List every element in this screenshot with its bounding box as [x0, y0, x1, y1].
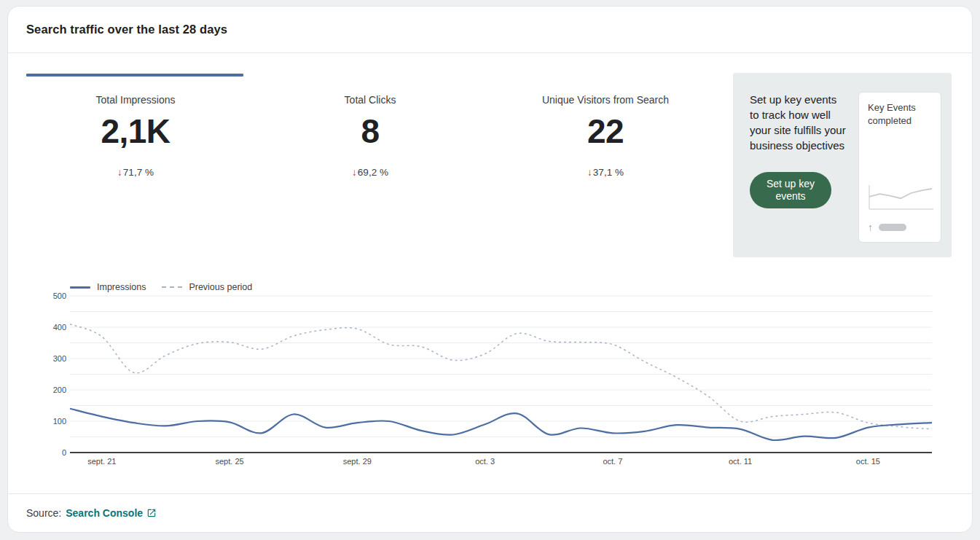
- key-events-sparkline: [868, 185, 933, 211]
- spark-line: [869, 189, 932, 198]
- series-previous-period: [70, 324, 932, 429]
- metric-value: 2,1K: [26, 111, 245, 151]
- y-axis-tick-label: 400: [53, 323, 66, 332]
- x-axis-tick-label: oct. 3: [475, 457, 495, 466]
- open-in-new-icon: [146, 508, 157, 518]
- card-footer: Source: Search Console: [8, 493, 972, 532]
- metric-delta: ↓69,2 %: [261, 167, 479, 178]
- search-traffic-card: Search traffic over the last 28 days Tot…: [7, 6, 973, 533]
- metric-total-impressions: Total Impressions 2,1K ↓71,7 %: [26, 90, 245, 178]
- search-console-link[interactable]: Search Console: [66, 507, 157, 519]
- traffic-line-chart[interactable]: 0100200300400500sept. 21sept. 25sept. 29…: [8, 283, 973, 477]
- promo-left: Set up key events to track how well your…: [750, 92, 846, 243]
- x-axis-tick-label: oct. 7: [603, 457, 622, 466]
- metric-delta-value: 71,7 %: [123, 167, 154, 178]
- source-link-label: Search Console: [66, 507, 143, 519]
- up-arrow-icon: ↑: [868, 222, 873, 233]
- metric-label: Unique Visitors from Search: [496, 90, 715, 106]
- down-arrow-icon: ↓: [587, 167, 592, 178]
- card-header: Search traffic over the last 28 days: [8, 7, 972, 53]
- metric-delta-value: 37,1 %: [593, 167, 624, 178]
- mini-card-title: Key Events completed: [868, 101, 932, 127]
- metric-delta-value: 69,2 %: [358, 167, 388, 178]
- source-label: Source:: [26, 507, 61, 519]
- metric-value: 22: [496, 111, 715, 151]
- mini-card-footer: ↑: [868, 222, 932, 233]
- y-axis-tick-label: 0: [62, 448, 66, 457]
- x-axis-tick-label: oct. 15: [856, 457, 880, 466]
- x-axis-tick-label: sept. 25: [216, 457, 244, 466]
- metric-unique-visitors: Unique Visitors from Search 22 ↓37,1 %: [496, 90, 715, 178]
- metric-label: Total Impressions: [26, 90, 245, 106]
- metric-total-clicks: Total Clicks 8 ↓69,2 %: [261, 90, 479, 178]
- down-arrow-icon: ↓: [352, 167, 357, 178]
- key-events-promo-panel: Set up key events to track how well your…: [733, 73, 952, 257]
- y-axis-tick-label: 500: [53, 291, 66, 300]
- active-tab-indicator: [26, 74, 243, 77]
- set-up-key-events-button[interactable]: Set up key events: [750, 172, 831, 208]
- metric-delta: ↓71,7 %: [26, 167, 245, 178]
- placeholder-pill: [879, 224, 906, 231]
- x-axis-tick-label: sept. 29: [343, 457, 372, 466]
- y-axis-tick-label: 200: [53, 386, 66, 394]
- page-title: Search traffic over the last 28 days: [26, 23, 227, 36]
- x-axis-tick-label: oct. 11: [729, 457, 752, 466]
- key-events-mini-card: Key Events completed ↑: [858, 92, 941, 243]
- metric-label: Total Clicks: [261, 90, 479, 106]
- y-axis-tick-label: 100: [53, 417, 66, 426]
- promo-text: Set up key events to track how well your…: [750, 92, 846, 153]
- down-arrow-icon: ↓: [117, 167, 122, 178]
- metric-value: 8: [261, 111, 479, 151]
- metric-delta: ↓37,1 %: [496, 167, 715, 178]
- x-axis-tick-label: sept. 21: [87, 457, 116, 466]
- series-impressions: [70, 409, 932, 440]
- y-axis-tick-label: 300: [53, 354, 66, 363]
